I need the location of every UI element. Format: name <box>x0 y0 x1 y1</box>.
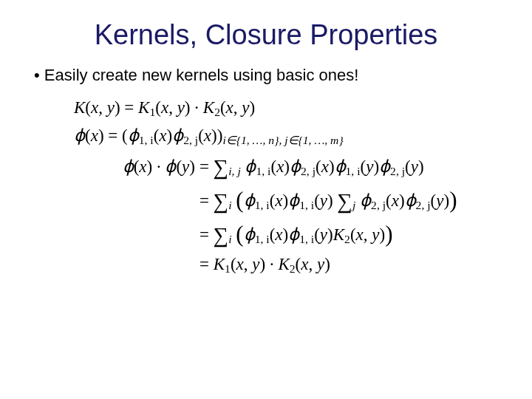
eq5-rhs: = ∑i (ϕ1, i(x)ϕ1, i(y)K2(x, y)) <box>200 221 502 248</box>
eq6-rhs: = K1(x, y) · K2(x, y) <box>200 255 502 276</box>
eq-product-kernel: K(x, y) = K1(x, y) · K2(x, y) <box>74 98 502 119</box>
bullet-text: Easily create new kernels using basic on… <box>34 66 502 85</box>
eq-phi-def: ϕ(x) = (ϕ1, i(x)ϕ2, j(x))i∈{1, …, n}, j∈… <box>74 126 502 147</box>
eq3-rhs: = ∑i, j ϕ1, i(x)ϕ2, j(x)ϕ1, i(y)ϕ2, j(y) <box>200 155 502 180</box>
slide: Kernels, Closure Properties Easily creat… <box>0 0 532 290</box>
eq-aligned: ϕ(x) · ϕ(y) = ∑i, j ϕ1, i(x)ϕ2, j(x)ϕ1, … <box>74 155 502 276</box>
eq4-rhs: = ∑i (ϕ1, i(x)ϕ1, i(y) ∑j ϕ2, j(x)ϕ2, j(… <box>200 187 502 214</box>
math-block: K(x, y) = K1(x, y) · K2(x, y) ϕ(x) = (ϕ1… <box>74 98 502 276</box>
slide-title: Kernels, Closure Properties <box>30 19 502 51</box>
eq3-lhs: ϕ(x) · ϕ(y) <box>74 157 200 177</box>
